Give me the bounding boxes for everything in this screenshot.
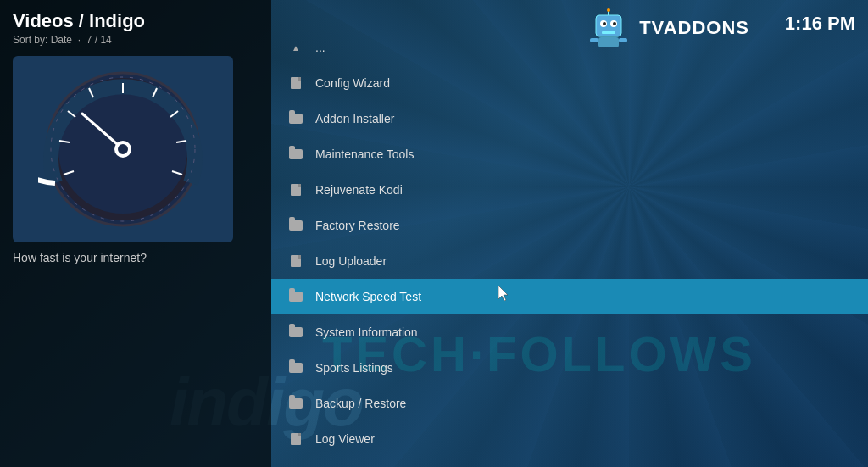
menu-label-addon-installer: Addon Installer bbox=[315, 112, 851, 125]
svg-rect-8 bbox=[598, 37, 619, 47]
menu-label-backup-restore: Backup / Restore bbox=[315, 397, 851, 410]
doc-icon: ▲ bbox=[288, 42, 303, 53]
folder-icon bbox=[288, 220, 303, 231]
folder-icon bbox=[288, 148, 303, 160]
doc-icon bbox=[288, 77, 303, 89]
menu-label-system-information: System Information bbox=[315, 325, 851, 339]
svg-rect-9 bbox=[590, 38, 598, 42]
menu-item-log-viewer[interactable]: Log Viewer bbox=[271, 421, 868, 457]
tvaddons-logo: TVADDONS bbox=[583, 7, 749, 49]
svg-point-3 bbox=[603, 22, 606, 25]
svg-rect-5 bbox=[602, 31, 615, 34]
page-title: Videos / Indigo bbox=[13, 10, 259, 32]
svg-point-24 bbox=[118, 144, 128, 154]
doc-icon bbox=[288, 255, 303, 267]
menu-item-factory-restore[interactable]: Factory Restore bbox=[271, 208, 868, 243]
folder-icon bbox=[288, 362, 303, 374]
speedometer-svg bbox=[38, 64, 208, 234]
tvaddons-text: TVADDONS bbox=[639, 17, 749, 39]
menu-label-factory-restore: Factory Restore bbox=[315, 219, 851, 232]
doc-icon bbox=[288, 433, 303, 445]
description: How fast is your internet? bbox=[13, 251, 259, 264]
menu-item-backup-restore[interactable]: Backup / Restore bbox=[271, 386, 868, 421]
folder-icon bbox=[288, 113, 303, 125]
menu-label-maintenance-tools: Maintenance Tools bbox=[315, 147, 851, 161]
menu-panel: ▲...Config WizardAddon InstallerMaintena… bbox=[271, 0, 868, 467]
tvaddons-robot-icon bbox=[583, 7, 634, 49]
menu-label-log-viewer: Log Viewer bbox=[315, 432, 851, 446]
svg-point-7 bbox=[607, 8, 610, 12]
menu-label-rejuvenate-kodi: Rejuvenate Kodi bbox=[315, 183, 851, 197]
clock: 1:16 PM bbox=[785, 13, 855, 35]
doc-icon bbox=[288, 184, 303, 196]
page-count: 7 / 14 bbox=[86, 34, 112, 46]
folder-icon bbox=[288, 398, 303, 409]
menu-label-config-wizard: Config Wizard bbox=[315, 76, 851, 90]
menu-item-log-uploader[interactable]: Log Uploader bbox=[271, 243, 868, 279]
thumbnail bbox=[13, 56, 233, 242]
svg-rect-10 bbox=[619, 38, 627, 42]
folder-icon bbox=[288, 291, 303, 303]
menu-label-sports-listings: Sports Listings bbox=[315, 361, 851, 375]
menu-item-sports-listings[interactable]: Sports Listings bbox=[271, 350, 868, 386]
sort-label: Sort by: Date bbox=[13, 34, 72, 46]
menu-item-network-speed-test[interactable]: Network Speed Test bbox=[271, 279, 868, 314]
menu-item-scroll-up[interactable]: ▲... bbox=[271, 30, 868, 65]
menu-item-addon-installer[interactable]: Addon Installer bbox=[271, 101, 868, 136]
menu-label-log-uploader: Log Uploader bbox=[315, 254, 851, 268]
menu-label-network-speed-test: Network Speed Test bbox=[315, 290, 851, 303]
left-panel: Videos / Indigo Sort by: Date · 7 / 14 bbox=[0, 0, 271, 467]
menu-item-no-coin-scan[interactable]: No-Coin Scan bbox=[271, 457, 868, 467]
menu-item-rejuvenate-kodi[interactable]: Rejuvenate Kodi bbox=[271, 172, 868, 208]
svg-point-4 bbox=[613, 22, 616, 25]
menu-item-maintenance-tools[interactable]: Maintenance Tools bbox=[271, 136, 868, 172]
folder-icon bbox=[288, 326, 303, 338]
page-subtitle: Sort by: Date · 7 / 14 bbox=[13, 34, 259, 46]
menu-item-system-information[interactable]: System Information bbox=[271, 314, 868, 350]
menu-item-config-wizard[interactable]: Config Wizard bbox=[271, 65, 868, 101]
